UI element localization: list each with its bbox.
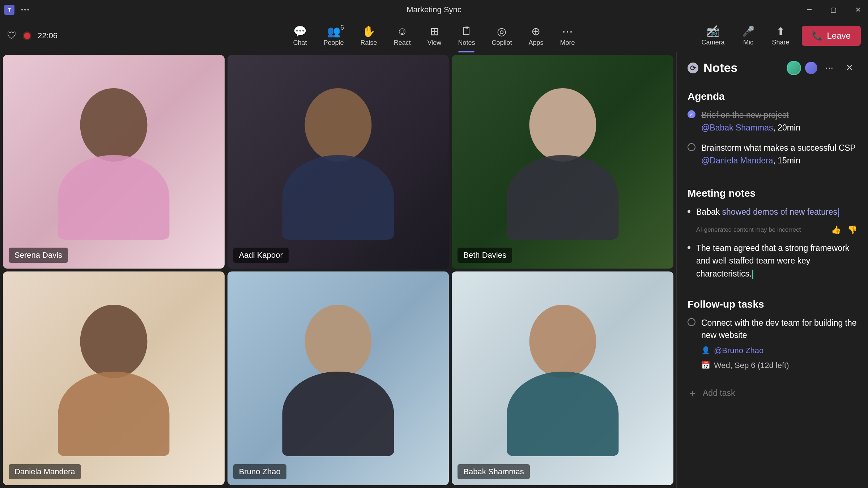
- cursor-indicator-icon: [838, 208, 839, 217]
- titlebar: T ••• Marketing Sync ─ ▢ ✕: [0, 0, 868, 20]
- react-button[interactable]: ☺ React: [387, 22, 417, 49]
- share-label: Share: [772, 39, 790, 46]
- participant-tile[interactable]: Bruno Zhao: [227, 271, 449, 485]
- more-label: More: [560, 39, 575, 47]
- shield-icon[interactable]: 🛡: [7, 30, 17, 41]
- share-button[interactable]: ⬆ Share: [767, 23, 795, 48]
- ai-disclaimer-text: AI-generated content may be incorrect: [696, 226, 801, 234]
- copilot-button[interactable]: ◎ Copilot: [485, 22, 518, 49]
- mic-label: Mic: [743, 39, 753, 46]
- meeting-notes-heading: Meeting notes: [688, 188, 857, 199]
- agenda-duration: , 15min: [773, 156, 800, 165]
- thumbs-down-icon[interactable]: 👎: [847, 225, 857, 235]
- leave-label: Leave: [827, 31, 851, 41]
- people-count: 6: [340, 24, 344, 31]
- mic-toggle-button[interactable]: 🎤 Mic: [737, 23, 760, 48]
- more-icon: ⋯: [562, 25, 573, 38]
- agenda-heading: Agenda: [688, 91, 857, 102]
- agenda-duration: , 20min: [773, 123, 800, 132]
- agenda-item[interactable]: Brief on the new project @Babak Shammas,…: [688, 109, 857, 134]
- participant-video-placeholder: [34, 78, 193, 262]
- notes-close-icon[interactable]: ✕: [842, 61, 857, 75]
- participant-tile[interactable]: Serena Davis: [3, 55, 225, 269]
- participant-video-placeholder: [483, 295, 642, 479]
- presence-avatar-icon[interactable]: [788, 62, 800, 74]
- notes-button[interactable]: 🗒 Notes: [451, 22, 481, 49]
- people-icon: 👥6: [327, 25, 340, 38]
- chat-button[interactable]: 💬 Chat: [287, 22, 314, 49]
- add-task-label: Add task: [703, 388, 735, 398]
- participant-name-tag: Daniela Mandera: [9, 464, 81, 479]
- task-title: Connect with the dev team for building t…: [701, 317, 857, 342]
- close-window-button[interactable]: ✕: [852, 4, 864, 15]
- copilot-label: Copilot: [492, 39, 512, 47]
- camera-toggle-button[interactable]: 📷 Camera: [697, 23, 730, 48]
- agenda-checkbox[interactable]: [688, 143, 695, 151]
- agenda-item[interactable]: Brainstorm what makes a successful CSP @…: [688, 142, 857, 167]
- task-item[interactable]: Connect with the dev team for building t…: [688, 317, 857, 371]
- chat-label: Chat: [293, 39, 307, 47]
- view-label: View: [427, 39, 442, 47]
- participant-video-placeholder: [483, 78, 642, 262]
- meeting-note-item[interactable]: Babak showed demos of new features: [688, 206, 857, 219]
- plus-icon: ＋: [688, 386, 698, 400]
- raise-hand-button[interactable]: ✋ Raise: [354, 22, 384, 49]
- meeting-note-item[interactable]: The team agreed that a strong framework …: [688, 242, 857, 281]
- maximize-button[interactable]: ▢: [827, 4, 839, 15]
- notes-icon: 🗒: [461, 25, 472, 38]
- task-checkbox[interactable]: [688, 318, 695, 326]
- notes-more-icon[interactable]: ⋯: [822, 62, 837, 74]
- apps-icon: ⊕: [531, 25, 540, 38]
- video-grid: Serena Davis Aadi Kapoor Beth Davies Dan…: [0, 52, 676, 488]
- mention-link[interactable]: @Babak Shammas: [701, 123, 773, 132]
- task-due-date: Wed, Sep 6 (12d left): [714, 359, 789, 371]
- participant-tile[interactable]: Daniela Mandera: [3, 271, 225, 485]
- ai-generated-text: showed demos of new features: [722, 207, 837, 217]
- camera-off-icon: 📷: [707, 25, 719, 37]
- notes-panel: ⟳ Notes ⋯ ✕ Agenda Brief on the new proj…: [676, 52, 868, 488]
- mention-link[interactable]: @Daniela Mandera: [701, 156, 773, 165]
- assignee-icon: 👤: [701, 345, 710, 356]
- apps-label: Apps: [528, 39, 543, 47]
- bullet-icon: [688, 246, 690, 249]
- app-icon: T: [4, 5, 14, 15]
- add-task-button[interactable]: ＋ Add task: [688, 386, 857, 400]
- people-label: People: [324, 39, 344, 47]
- titlebar-more-icon[interactable]: •••: [21, 6, 30, 14]
- meeting-timer: 22:06: [38, 31, 58, 40]
- view-icon: ⊞: [430, 25, 439, 38]
- leave-button[interactable]: 📞 Leave: [802, 26, 861, 46]
- minimize-button[interactable]: ─: [804, 4, 814, 15]
- hangup-icon: 📞: [812, 31, 823, 41]
- view-button[interactable]: ⊞ View: [421, 22, 448, 49]
- copilot-avatar-icon[interactable]: [805, 62, 817, 74]
- participant-tile[interactable]: Babak Shammas: [452, 271, 673, 485]
- raise-hand-icon: ✋: [362, 25, 375, 38]
- participant-tile[interactable]: Aadi Kapoor: [227, 55, 449, 269]
- meeting-title: Marketing Sync: [407, 5, 461, 14]
- participant-name-tag: Serena Davis: [9, 248, 68, 263]
- participant-tile[interactable]: Beth Davies: [452, 55, 673, 269]
- thumbs-up-icon[interactable]: 👍: [831, 225, 841, 235]
- people-button[interactable]: 👥6 People: [317, 22, 350, 49]
- chat-icon: 💬: [293, 25, 307, 38]
- bullet-icon: [688, 210, 690, 213]
- camera-label: Camera: [702, 39, 725, 46]
- agenda-checkbox[interactable]: [688, 110, 695, 118]
- more-button[interactable]: ⋯ More: [553, 22, 581, 49]
- copilot-icon: ◎: [497, 25, 506, 38]
- participant-name-tag: Babak Shammas: [458, 464, 530, 479]
- apps-button[interactable]: ⊕ Apps: [522, 22, 550, 49]
- loop-icon: ⟳: [688, 63, 698, 73]
- mic-icon: 🎤: [742, 25, 755, 37]
- note-text-prefix: Babak: [696, 207, 722, 217]
- mention-link[interactable]: @Bruno Zhao: [714, 344, 763, 356]
- participant-name-tag: Bruno Zhao: [233, 464, 286, 479]
- raise-label: Raise: [361, 39, 377, 47]
- participant-video-placeholder: [258, 295, 418, 479]
- meeting-toolbar: 🛡 22:06 💬 Chat 👥6 People ✋ Raise ☺ React…: [0, 20, 868, 52]
- agenda-item-title: Brainstorm what makes a successful CSP: [701, 142, 856, 154]
- participant-video-placeholder: [34, 295, 193, 479]
- agenda-item-title: Brief on the new project: [701, 109, 800, 121]
- recording-indicator-icon: [24, 33, 30, 39]
